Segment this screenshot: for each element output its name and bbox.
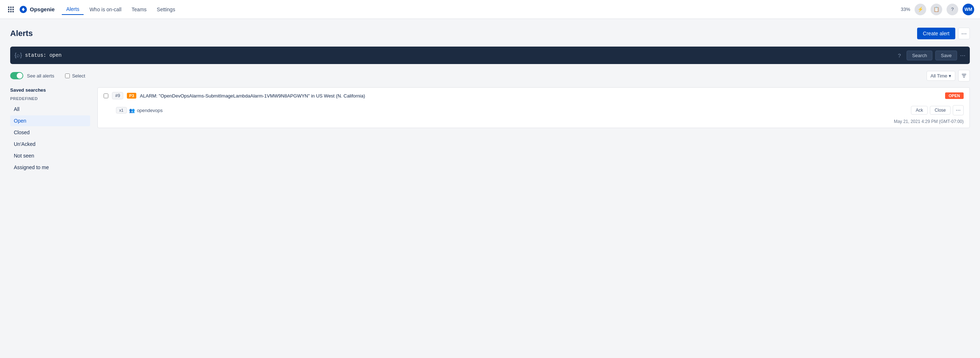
close-button[interactable]: Close	[930, 106, 951, 115]
page-header: Alerts Create alert ···	[10, 28, 970, 39]
search-bracket-icon: {⌕}	[14, 52, 22, 59]
sidebar: Saved searches PREDEFINED All Open Close…	[10, 87, 97, 174]
search-input[interactable]	[25, 53, 892, 58]
nav-teams[interactable]: Teams	[127, 4, 151, 14]
brand-name: Opsgenie	[30, 6, 54, 12]
alert-number: #9	[112, 92, 123, 99]
top-navigation: Opsgenie Alerts Who is on-call Teams Set…	[0, 0, 980, 19]
page-content: Alerts Create alert ··· {⌕} ? Search Sav…	[0, 19, 980, 182]
sidebar-item-all[interactable]: All	[10, 104, 90, 115]
alert-timestamp: May 21, 2021 4:29 PM (GMT-07:00)	[98, 119, 969, 128]
sidebar-item-unacked[interactable]: Un'Acked	[10, 139, 90, 150]
select-checkbox-area[interactable]: Select	[65, 73, 85, 78]
brand-logo[interactable]: Opsgenie	[19, 5, 54, 14]
svg-rect-6	[8, 11, 10, 12]
search-button[interactable]: Search	[907, 51, 932, 61]
filter-button[interactable]	[958, 70, 970, 82]
select-label: Select	[72, 73, 85, 78]
svg-rect-7	[10, 11, 12, 12]
grid-icon[interactable]	[6, 4, 16, 14]
all-time-dropdown[interactable]: All Time ▾	[927, 71, 955, 81]
svg-rect-3	[8, 9, 10, 10]
main-layout: Saved searches PREDEFINED All Open Close…	[10, 87, 970, 174]
page-more-button[interactable]: ···	[958, 28, 970, 39]
user-avatar[interactable]: WM	[963, 4, 974, 15]
search-help-button[interactable]: ?	[895, 51, 904, 60]
page-header-actions: Create alert ···	[917, 28, 970, 39]
see-all-toggle[interactable]	[10, 72, 23, 79]
svg-rect-4	[10, 9, 12, 10]
ack-button[interactable]: Ack	[911, 106, 928, 115]
alert-checkbox[interactable]	[103, 94, 108, 98]
alert-list: #9 P3 ALARM: "OpenDevOpsAlarms-SubmitIma…	[97, 87, 970, 174]
search-bar: {⌕} ? Search Save ···	[10, 46, 970, 64]
nav-alerts[interactable]: Alerts	[62, 4, 84, 15]
priority-badge: P3	[127, 93, 136, 99]
select-all-checkbox[interactable]	[65, 74, 70, 78]
alert-card: #9 P3 ALARM: "OpenDevOpsAlarms-SubmitIma…	[97, 87, 970, 128]
alert-count: x1	[116, 107, 127, 113]
search-more-button[interactable]: ···	[960, 52, 966, 59]
help-icon-btn[interactable]: ?	[947, 4, 958, 15]
svg-rect-5	[12, 9, 14, 10]
nav-links: Alerts Who is on-call Teams Settings	[62, 4, 898, 15]
chevron-down-icon: ▾	[949, 73, 951, 78]
sidebar-item-not-seen[interactable]: Not seen	[10, 150, 90, 161]
create-alert-button[interactable]: Create alert	[917, 28, 955, 39]
sidebar-item-assigned-to-me[interactable]: Assigned to me	[10, 162, 90, 173]
alert-sub-row: x1 👥 opendevops Ack Close ···	[98, 104, 969, 119]
page-title: Alerts	[10, 29, 33, 38]
svg-rect-1	[10, 6, 12, 8]
svg-rect-0	[8, 6, 10, 8]
status-badge: OPEN	[945, 93, 964, 99]
save-search-button[interactable]: Save	[935, 51, 957, 61]
toolbar-right: All Time ▾	[927, 70, 970, 82]
alert-team: x1 👥 opendevops	[116, 107, 162, 113]
nav-who-is-on-call[interactable]: Who is on-call	[85, 4, 126, 14]
predefined-subtitle: PREDEFINED	[10, 96, 90, 101]
svg-rect-2	[12, 6, 14, 8]
nav-right: 33% ⚡ 📋 ? WM	[901, 4, 974, 15]
alert-more-button[interactable]: ···	[953, 105, 964, 115]
toolbar-row: See all alerts Select All Time ▾	[10, 70, 970, 82]
usage-percent: 33%	[901, 6, 910, 12]
team-name[interactable]: opendevops	[137, 108, 163, 113]
document-icon-btn[interactable]: 📋	[931, 4, 942, 15]
saved-searches-title: Saved searches	[10, 87, 90, 93]
alert-main-row: #9 P3 ALARM: "OpenDevOpsAlarms-SubmitIma…	[98, 88, 969, 104]
see-all-label: See all alerts	[27, 73, 54, 78]
svg-rect-8	[12, 11, 14, 12]
alert-actions: Ack Close ···	[911, 105, 964, 115]
sidebar-item-closed[interactable]: Closed	[10, 127, 90, 138]
alert-title[interactable]: ALARM: "OpenDevOpsAlarms-SubmitImageLamb…	[140, 93, 942, 99]
sidebar-item-open[interactable]: Open	[10, 115, 90, 126]
lightning-icon-btn[interactable]: ⚡	[915, 4, 926, 15]
toolbar-left: See all alerts Select	[10, 72, 85, 79]
team-icon: 👥	[129, 108, 135, 113]
nav-settings[interactable]: Settings	[152, 4, 180, 14]
